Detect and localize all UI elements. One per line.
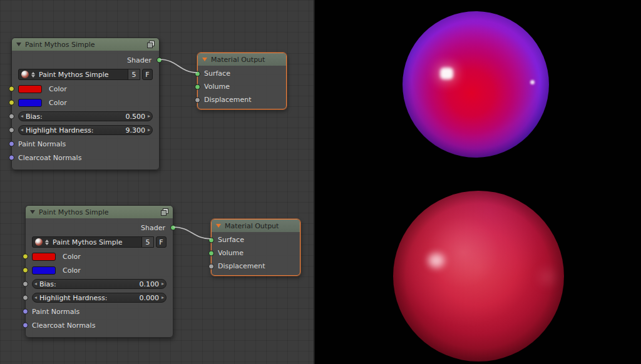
preview-sphere-matte	[393, 191, 564, 361]
node-header[interactable]: Paint Mythos Simple	[12, 38, 159, 51]
color-input-row: Color	[26, 263, 173, 277]
slider-decrease-icon[interactable]: ◂	[21, 128, 23, 133]
value-input-socket[interactable]	[23, 281, 28, 287]
node-header[interactable]: Material Output	[198, 53, 286, 66]
vector-input-socket[interactable]	[9, 141, 14, 147]
material-selector[interactable]: Paint Mythos Simple 5	[32, 236, 154, 248]
color-input-row: Color	[12, 96, 159, 109]
surface-label: Surface	[218, 236, 244, 244]
node-link	[160, 59, 197, 73]
shader-output-socket[interactable]	[170, 225, 176, 231]
slider-label: Bias:	[39, 280, 140, 288]
displacement-input-socket[interactable]	[195, 97, 200, 103]
material-selector[interactable]: Paint Mythos Simple 5	[18, 69, 140, 80]
surface-input-row: Surface	[212, 233, 300, 246]
group-datablock-icon	[147, 41, 155, 48]
slider-increase-icon[interactable]: ▸	[148, 114, 150, 119]
slider-label: Bias:	[26, 113, 126, 121]
bias-slider[interactable]: ◂ Bias: 0.100 ▸	[32, 279, 167, 289]
displacement-label: Displacement	[204, 96, 252, 104]
material-output-node-1[interactable]: Material Output Surface Volume Displacem…	[197, 53, 287, 109]
datablock-row: Paint Mythos Simple 5 F	[26, 235, 173, 250]
color-input-row: Color	[26, 250, 173, 263]
collapse-arrow-icon[interactable]	[16, 43, 21, 46]
vector-input-label: Clearcoat Normals	[32, 321, 95, 330]
render-preview	[315, 0, 641, 364]
slider-increase-icon[interactable]: ▸	[148, 128, 150, 133]
highlight-hardness-row: ◂ Highlight Hardness: 9.300 ▸	[12, 123, 159, 137]
slider-decrease-icon[interactable]: ◂	[34, 281, 37, 286]
color-label: Color	[63, 253, 81, 261]
shader-node-2[interactable]: Paint Mythos Simple Shader Paint Mythos …	[25, 205, 173, 338]
preview-sphere-glossy	[403, 11, 549, 158]
shader-node-1[interactable]: Paint Mythos Simple Shader Paint Mythos …	[11, 38, 160, 170]
material-sphere-icon	[35, 238, 43, 246]
fake-user-button[interactable]: F	[156, 236, 167, 248]
color-swatch-blue[interactable]	[32, 266, 56, 275]
color-swatch-blue[interactable]	[18, 99, 42, 107]
slider-increase-icon[interactable]: ▸	[162, 295, 164, 300]
vector-input-label: Paint Normals	[18, 140, 66, 148]
color-label: Color	[63, 266, 81, 275]
volume-input-socket[interactable]	[195, 84, 200, 89]
vector-input-socket[interactable]	[23, 309, 28, 315]
displacement-input-socket[interactable]	[208, 263, 214, 269]
volume-label: Volume	[218, 249, 244, 257]
node-editor[interactable]: Paint Mythos Simple Shader Paint Mythos …	[0, 0, 315, 364]
highlight-hardness-slider[interactable]: ◂ Highlight Hardness: 9.300 ▸	[18, 125, 153, 135]
color-swatch-red[interactable]	[18, 85, 42, 93]
volume-input-socket[interactable]	[208, 250, 214, 256]
displacement-input-row: Displacement	[198, 93, 286, 106]
color-input-socket[interactable]	[23, 268, 28, 273]
users-count-button[interactable]: 5	[128, 69, 140, 80]
value-input-socket[interactable]	[9, 128, 14, 133]
specular-highlight	[440, 68, 453, 79]
color-swatch-red[interactable]	[32, 253, 56, 261]
group-datablock-icon	[161, 208, 168, 216]
slider-label: Highlight Hardness:	[39, 294, 140, 302]
color-input-socket[interactable]	[9, 100, 14, 106]
volume-input-row: Volume	[198, 80, 286, 93]
vector-input-row: Clearcoat Normals	[26, 318, 173, 332]
color-input-socket[interactable]	[9, 86, 14, 92]
slider-increase-icon[interactable]: ▸	[162, 281, 164, 286]
surface-input-socket[interactable]	[208, 237, 214, 243]
users-count-button[interactable]: 5	[141, 236, 154, 248]
node-title: Paint Mythos Simple	[39, 208, 109, 216]
specular-highlight	[530, 80, 535, 84]
blender-window: Paint Mythos Simple Shader Paint Mythos …	[0, 0, 641, 364]
highlight-hardness-slider[interactable]: ◂ Highlight Hardness: 0.000 ▸	[32, 293, 167, 303]
material-output-node-2[interactable]: Material Output Surface Volume Displacem…	[211, 219, 300, 276]
surface-input-socket[interactable]	[195, 71, 200, 76]
specular-highlight	[541, 271, 553, 283]
fake-user-button[interactable]: F	[142, 69, 153, 80]
vector-input-socket[interactable]	[23, 323, 28, 328]
value-input-socket[interactable]	[9, 114, 14, 119]
vector-input-socket[interactable]	[9, 155, 14, 161]
color-label: Color	[49, 85, 67, 93]
shader-output-row: Shader	[26, 221, 173, 235]
browse-arrows-icon[interactable]	[31, 72, 35, 78]
surface-input-row: Surface	[198, 67, 286, 80]
browse-arrows-icon[interactable]	[45, 240, 49, 245]
value-input-socket[interactable]	[23, 295, 28, 301]
node-header[interactable]: Material Output	[212, 220, 300, 232]
material-name: Paint Mythos Simple	[38, 71, 125, 79]
slider-decrease-icon[interactable]: ◂	[21, 114, 23, 119]
vector-input-row: Paint Normals	[12, 137, 159, 151]
bias-slider[interactable]: ◂ Bias: 0.500 ▸	[18, 111, 153, 121]
slider-decrease-icon[interactable]: ◂	[34, 295, 37, 300]
collapse-arrow-icon[interactable]	[216, 224, 221, 228]
volume-input-row: Volume	[212, 246, 300, 260]
node-header[interactable]: Paint Mythos Simple	[26, 206, 173, 218]
color-input-socket[interactable]	[23, 254, 28, 260]
shader-output-socket[interactable]	[156, 58, 162, 63]
material-sphere-icon	[21, 71, 29, 78]
node-title: Paint Mythos Simple	[25, 41, 95, 49]
shader-output-row: Shader	[12, 53, 159, 67]
node-title: Material Output	[211, 56, 265, 64]
collapse-arrow-icon[interactable]	[30, 210, 35, 214]
displacement-input-row: Displacement	[212, 260, 300, 273]
collapse-arrow-icon[interactable]	[202, 58, 207, 61]
vector-input-label: Clearcoat Normals	[18, 154, 81, 162]
